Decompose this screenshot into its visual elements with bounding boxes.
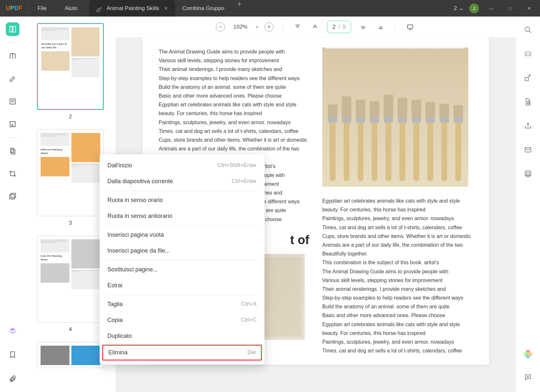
- new-tab-button[interactable]: +: [231, 0, 247, 17]
- viewer-toolbar: − 102% ▾ + 2 / 9: [116, 17, 516, 38]
- convert-button[interactable]: [521, 71, 535, 85]
- close-icon[interactable]: ✕: [164, 6, 168, 11]
- context-menu-item[interactable]: Estrai: [100, 278, 264, 293]
- form-tool-button[interactable]: [6, 117, 19, 131]
- menu-divider: [105, 225, 259, 226]
- crop-tool-button[interactable]: [6, 167, 19, 181]
- thumbnail-page-4[interactable]: Lorem ipsum dolor sit amet consectetur a…: [37, 236, 104, 323]
- share-button[interactable]: [521, 119, 535, 133]
- body-text: The Animal Drawing Guide aims to provide…: [322, 267, 473, 276]
- svg-rect-9: [11, 193, 16, 198]
- menu-file[interactable]: File: [29, 5, 55, 12]
- brush-icon: [341, 96, 352, 181]
- first-page-button[interactable]: [292, 21, 303, 32]
- body-text: Basic and other more advanced ones. Plea…: [159, 91, 309, 100]
- body-text: Animals are a part of our daily life, th…: [159, 144, 309, 153]
- page-column-right: Egyptian art celebrates animals like cat…: [322, 47, 473, 355]
- menu-label: Elimina: [108, 349, 128, 356]
- layers-button[interactable]: [6, 324, 19, 338]
- menu-label: Estrai: [107, 282, 122, 289]
- edit-text-tool-button[interactable]: [6, 95, 19, 108]
- menu-divider: [105, 260, 259, 260]
- context-menu-item[interactable]: Inserisci pagina vuota: [100, 227, 264, 243]
- brush-icon: [425, 102, 436, 181]
- tab-label: Animal Painting Skills: [106, 5, 159, 12]
- bookmark-button[interactable]: [6, 348, 19, 362]
- body-text: Animals are a part of our daily life, th…: [322, 241, 473, 249]
- context-menu-item[interactable]: CopiaCtrl+C: [100, 312, 264, 328]
- page-number-input[interactable]: 2 / 9: [327, 21, 351, 33]
- protect-button[interactable]: [521, 95, 535, 109]
- thumbnail-page-5[interactable]: [37, 342, 104, 368]
- svg-rect-1: [13, 26, 16, 32]
- tab-label: Combina Gruppo: [182, 5, 224, 12]
- close-window-button[interactable]: ✕: [522, 4, 535, 13]
- user-avatar[interactable]: J: [469, 4, 479, 13]
- thumbnail-page-2[interactable]: Lorem ipsum dolor sit amet consectetur a…: [37, 23, 104, 110]
- divider: [395, 22, 396, 32]
- brushes-image: [322, 47, 468, 187]
- context-menu-item[interactable]: EliminaDel: [102, 345, 262, 361]
- brush-icon: [453, 105, 464, 181]
- context-menu-item[interactable]: TagliaCtrl+X: [100, 296, 264, 312]
- svg-rect-18: [527, 102, 529, 104]
- context-menu-item[interactable]: Dall'inizioCtrl+Shift+Enter: [100, 158, 264, 173]
- thumbnail-page-3[interactable]: Lorem ipsum dolor sit amet consectetur a…: [37, 129, 104, 216]
- body-text: Their animal renderings. I provide many …: [322, 285, 473, 293]
- page-separator: /: [338, 24, 340, 30]
- svg-line-14: [529, 31, 531, 33]
- thumbnail-number: 3: [69, 220, 72, 226]
- right-tool-rail: OCR: [516, 17, 540, 392]
- thumbnails-panel-button[interactable]: [6, 22, 19, 36]
- window-count[interactable]: 2 ⌄: [454, 5, 463, 12]
- ai-assistant-button[interactable]: [521, 347, 535, 361]
- minimize-button[interactable]: —: [485, 4, 498, 13]
- tab-combina-gruppo[interactable]: Combina Gruppo: [175, 0, 231, 17]
- print-button[interactable]: [521, 167, 535, 181]
- prev-page-button[interactable]: [310, 21, 321, 32]
- body-text: Times, cat and dog art sells a lot of t-…: [159, 127, 309, 136]
- email-button[interactable]: [521, 143, 535, 157]
- menu-label: Dalla diapositiva corrente: [107, 178, 173, 185]
- menu-help[interactable]: Aiuto: [55, 5, 86, 12]
- annotate-tool-button[interactable]: [6, 72, 19, 86]
- body-text: Various skill levels, stepping stones fo…: [322, 276, 473, 285]
- body-text: Egyptian art celebrates animals like cat…: [322, 320, 473, 329]
- menu-divider: [105, 295, 259, 295]
- zoom-dropdown[interactable]: ▾: [256, 25, 258, 29]
- window-right-controls: 2 ⌄ J — □ ✕: [454, 4, 540, 13]
- zoom-out-button[interactable]: −: [216, 22, 225, 31]
- redact-tool-button[interactable]: [6, 190, 19, 203]
- body-text: Paintings, sculptures, jewelry, and even…: [322, 214, 473, 223]
- tab-animal-painting[interactable]: Animal Painting Skills ✕: [89, 0, 175, 17]
- comment-button[interactable]: [521, 371, 535, 384]
- context-menu-item[interactable]: Dalla diapositiva correnteCtrl+Enter: [100, 173, 264, 189]
- zoom-level: 102%: [231, 24, 249, 30]
- maximize-button[interactable]: □: [504, 4, 517, 13]
- brush-icon: [355, 100, 366, 181]
- search-button[interactable]: [521, 23, 535, 37]
- menu-label: Ruota in senso antiorario: [107, 213, 172, 220]
- menu-shortcut: Ctrl+C: [241, 317, 257, 324]
- organize-pages-button[interactable]: [6, 144, 19, 158]
- reader-tool-button[interactable]: [6, 49, 19, 63]
- context-menu-item[interactable]: Inserisci pagine da file...: [100, 243, 264, 259]
- context-menu-item[interactable]: Ruota in senso antiorario: [100, 208, 264, 224]
- context-menu-item[interactable]: Sostituisci pagine...: [100, 262, 264, 278]
- body-text: Build the anatomy of an animal. some of …: [322, 302, 473, 311]
- attachment-button[interactable]: [6, 372, 19, 386]
- zoom-in-button[interactable]: +: [264, 22, 274, 31]
- body-text: The Animal Drawing Guide aims to provide…: [159, 47, 309, 56]
- context-menu-item[interactable]: Duplicato: [100, 328, 264, 344]
- menu-label: Duplicato: [107, 333, 132, 339]
- body-text: Times, cat and dog art sells a lot of t-…: [322, 223, 473, 232]
- body-text: Various skill levels, stepping stones fo…: [159, 56, 309, 65]
- body-text: This combination is the subject of this …: [322, 258, 473, 267]
- divider: [9, 137, 17, 138]
- presentation-button[interactable]: [405, 21, 416, 32]
- last-page-button[interactable]: [375, 21, 386, 32]
- context-menu-item[interactable]: Ruota in senso orario: [100, 192, 264, 208]
- svg-rect-12: [407, 25, 413, 29]
- ocr-button[interactable]: OCR: [521, 47, 535, 61]
- next-page-button[interactable]: [358, 21, 369, 32]
